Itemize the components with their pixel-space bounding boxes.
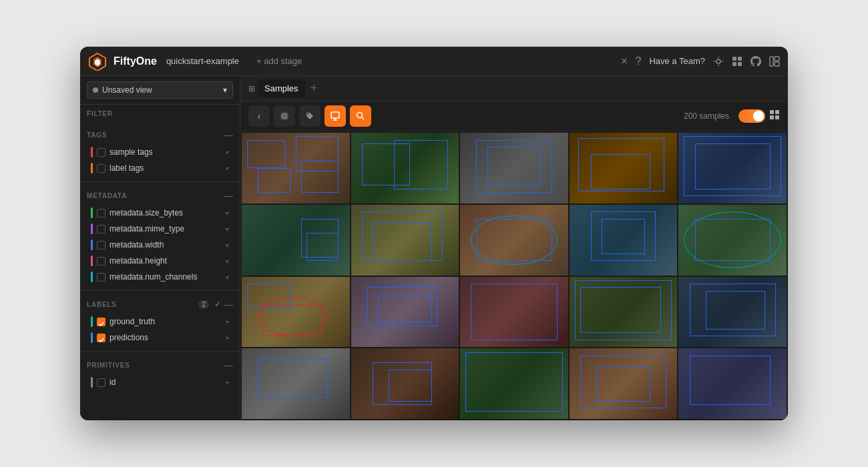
metadata-mime-chevron: ▾	[226, 225, 229, 233]
toggle-container	[738, 109, 765, 123]
grid-cell-6[interactable]	[242, 205, 350, 276]
grid-cell-13[interactable]	[460, 277, 568, 348]
filter-section: FILTER	[80, 105, 240, 124]
metadata-size-checkbox[interactable]	[97, 209, 105, 217]
ground-truth-chevron: ▾	[226, 318, 229, 326]
theme-icon[interactable]	[713, 56, 724, 67]
svg-rect-16	[331, 112, 339, 118]
view-selector: Unsaved view ▾	[80, 76, 240, 105]
grid-cell-20[interactable]	[678, 348, 787, 419]
sample-tags-checkbox[interactable]	[97, 148, 105, 157]
grid-cell-18[interactable]	[460, 348, 568, 419]
svg-point-3	[716, 59, 720, 63]
metadata-mime-checkbox[interactable]	[97, 225, 105, 234]
sample-tags-item[interactable]: sample tags ▾	[87, 144, 233, 160]
svg-rect-23	[770, 115, 774, 119]
ground-truth-color	[91, 316, 93, 327]
filter-header: FILTER	[87, 110, 233, 117]
metadata-width-chevron: ▾	[226, 242, 229, 249]
ground-truth-checkbox[interactable]	[97, 318, 105, 326]
grid-cell-11[interactable]	[242, 277, 350, 348]
help-icon[interactable]: ?	[636, 55, 642, 67]
svg-line-20	[362, 117, 365, 120]
add-stage-button[interactable]: + add stage	[251, 53, 307, 69]
label-tags-item[interactable]: label tags ▾	[87, 160, 233, 176]
close-icon[interactable]: ×	[621, 55, 627, 67]
metadata-width-item[interactable]: metadata.width ▾	[87, 237, 233, 253]
metadata-size-item[interactable]: metadata.size_bytes ▾	[87, 205, 233, 221]
grid-cell-16[interactable]	[242, 348, 350, 419]
grid-cell-17[interactable]	[351, 348, 459, 419]
grid-cell-1[interactable]	[242, 133, 350, 203]
grid-cell-12[interactable]	[351, 277, 459, 348]
svg-rect-21	[770, 110, 774, 114]
metadata-height-color	[91, 256, 93, 266]
labels-minus[interactable]: —	[224, 299, 233, 310]
metadata-mime-color	[91, 223, 93, 234]
search-button[interactable]	[350, 105, 371, 127]
back-button[interactable]: ‹	[248, 105, 270, 127]
top-bar: FiftyOne quickstart-example + add stage …	[80, 47, 788, 76]
metadata-header: METADATA —	[87, 190, 233, 201]
grid-cell-15[interactable]	[678, 277, 787, 348]
predictions-color	[91, 332, 93, 343]
labels-header: LABELS 2 ✓ —	[87, 299, 233, 310]
grid-cell-3[interactable]	[460, 133, 568, 203]
grid-icon[interactable]	[732, 56, 742, 67]
image-grid	[240, 131, 788, 420]
predictions-chevron: ▾	[226, 334, 229, 342]
top-bar-right: × ? Have a Team?	[621, 55, 780, 67]
predictions-item[interactable]: predictions ▾	[87, 330, 233, 346]
metadata-channels-color	[91, 272, 93, 282]
metadata-section: METADATA — metadata.size_bytes ▾ metadat…	[80, 185, 240, 288]
grid-cell-10[interactable]	[678, 205, 787, 276]
settings-button[interactable]	[274, 105, 295, 127]
label-tags-checkbox[interactable]	[97, 164, 105, 173]
metadata-mime-item[interactable]: metadata.mime_type ▾	[87, 221, 233, 237]
labels-check: ✓	[214, 300, 221, 309]
svg-point-19	[357, 113, 363, 118]
metadata-height-item[interactable]: metadata.height ▾	[87, 253, 233, 269]
tab-bar: ⊞ Samples +	[240, 76, 788, 101]
main-content: Unsaved view ▾ FILTER TAGS —	[80, 76, 788, 420]
svg-rect-14	[775, 62, 779, 66]
grid-cell-2[interactable]	[351, 133, 459, 203]
sample-tags-color	[91, 147, 93, 157]
toggle-switch[interactable]	[738, 109, 765, 123]
view-select-dropdown[interactable]: Unsaved view ▾	[87, 81, 233, 99]
predictions-checkbox[interactable]	[97, 334, 105, 342]
metadata-width-checkbox[interactable]	[97, 241, 105, 250]
github-icon[interactable]	[750, 56, 761, 67]
svg-rect-10	[732, 62, 736, 66]
export-button[interactable]	[324, 105, 346, 127]
tag-button[interactable]	[299, 105, 320, 127]
primitives-header: PRIMITIVES —	[87, 360, 233, 370]
metadata-channels-checkbox[interactable]	[97, 273, 105, 282]
grid-cell-7[interactable]	[351, 205, 459, 276]
layout-icon[interactable]	[769, 56, 780, 67]
id-chevron: ▾	[226, 379, 229, 386]
fiftyone-logo	[88, 52, 107, 71]
add-tab-button[interactable]: +	[308, 81, 320, 95]
grid-cell-4[interactable]	[570, 133, 678, 203]
samples-tab[interactable]: Samples	[258, 79, 305, 97]
metadata-height-checkbox[interactable]	[97, 257, 105, 266]
id-item[interactable]: id ▾	[87, 374, 233, 390]
grid-cell-8[interactable]	[460, 205, 568, 276]
grid-cell-14[interactable]	[570, 277, 678, 348]
primitives-minus[interactable]: —	[224, 360, 233, 370]
metadata-minus[interactable]: —	[224, 190, 233, 201]
metadata-size-color	[91, 207, 93, 218]
ground-truth-item[interactable]: ground_truth ▾	[87, 314, 233, 330]
metadata-channels-item[interactable]: metadata.num_channels ▾	[87, 269, 233, 285]
grid-view-button[interactable]	[769, 109, 780, 123]
grid-cell-9[interactable]	[570, 205, 678, 276]
svg-rect-11	[738, 62, 742, 66]
sample-count: 200 samples	[684, 111, 729, 121]
have-team-label[interactable]: Have a Team?	[649, 56, 705, 66]
tags-minus[interactable]: —	[224, 129, 233, 140]
grid-cell-19[interactable]	[570, 348, 678, 419]
id-checkbox[interactable]	[97, 378, 105, 387]
tags-header: TAGS —	[87, 129, 233, 140]
grid-cell-5[interactable]	[678, 133, 787, 203]
